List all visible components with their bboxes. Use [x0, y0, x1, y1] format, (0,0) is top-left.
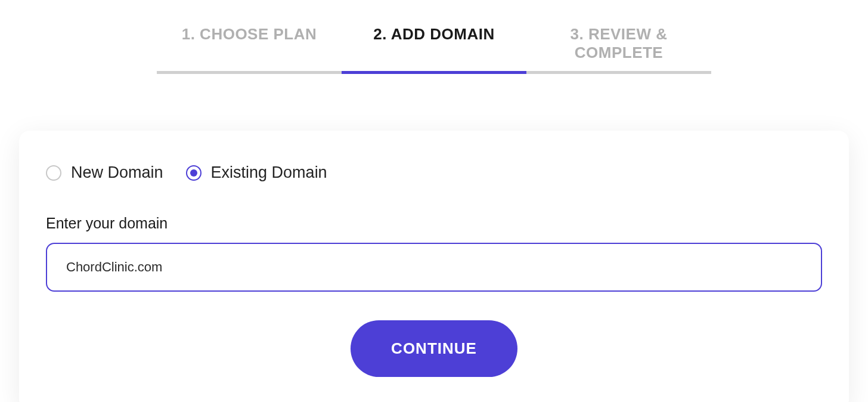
radio-icon [46, 165, 61, 181]
step-choose-plan[interactable]: 1. CHOOSE PLAN [157, 18, 342, 74]
radio-icon [186, 165, 202, 181]
continue-button[interactable]: CONTINUE [351, 320, 517, 377]
radio-label: Existing Domain [211, 163, 327, 182]
step-label: 2. ADD DOMAIN [373, 25, 494, 43]
step-review-complete[interactable]: 3. REVIEW & COMPLETE [526, 18, 711, 74]
radio-existing-domain[interactable]: Existing Domain [186, 163, 327, 182]
radio-label: New Domain [71, 163, 163, 182]
radio-dot-icon [190, 169, 197, 177]
stepper: 1. CHOOSE PLAN 2. ADD DOMAIN 3. REVIEW &… [0, 18, 868, 74]
button-row: CONTINUE [46, 320, 822, 377]
domain-card: New Domain Existing Domain Enter your do… [19, 131, 849, 402]
radio-new-domain[interactable]: New Domain [46, 163, 163, 182]
step-label: 1. CHOOSE PLAN [182, 25, 317, 43]
step-label: 3. REVIEW & COMPLETE [571, 25, 668, 61]
domain-input[interactable] [46, 243, 822, 292]
domain-field-label: Enter your domain [46, 215, 822, 232]
step-add-domain[interactable]: 2. ADD DOMAIN [342, 18, 526, 74]
domain-type-radio-group: New Domain Existing Domain [46, 163, 822, 182]
